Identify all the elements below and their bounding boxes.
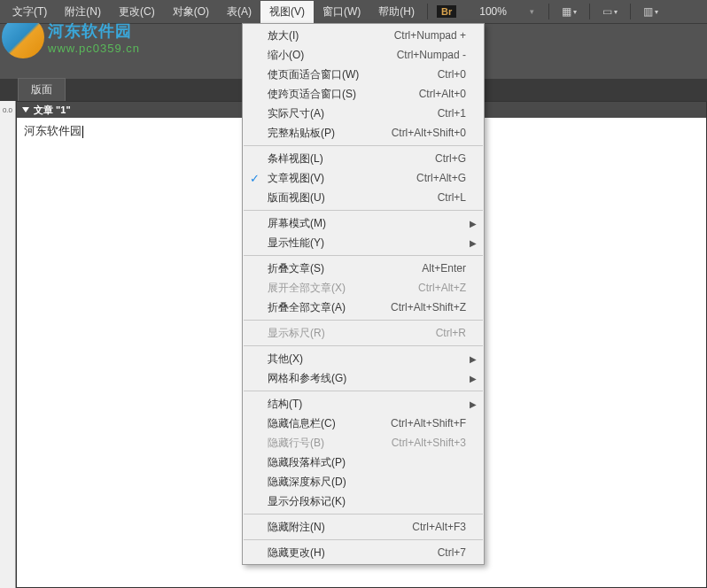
menu-item[interactable]: 结构(T)▶ xyxy=(243,394,484,414)
menu-item[interactable]: 屏幕模式(M)▶ xyxy=(243,213,484,233)
submenu-arrow-icon: ▶ xyxy=(470,399,477,409)
menu-item[interactable]: 完整粘贴板(P)Ctrl+Alt+Shift+0 xyxy=(243,123,484,143)
collapse-triangle-icon[interactable] xyxy=(22,107,29,112)
divider xyxy=(548,4,549,19)
menu-item-shortcut: Ctrl+G xyxy=(435,152,466,165)
menu-changes[interactable]: 更改(C) xyxy=(110,1,164,23)
submenu-arrow-icon: ▶ xyxy=(470,354,477,364)
menu-notes[interactable]: 附注(N) xyxy=(56,1,110,23)
menu-item-label: 完整粘贴板(P) xyxy=(268,126,392,141)
submenu-arrow-icon: ▶ xyxy=(470,374,477,383)
menu-item-label: 结构(T) xyxy=(268,397,466,412)
menu-item[interactable]: 实际尺寸(A)Ctrl+1 xyxy=(243,104,484,123)
menu-separator xyxy=(244,345,483,346)
menu-item-shortcut: Ctrl+Numpad - xyxy=(397,49,466,61)
menu-item-label: 隐藏深度标尺(D) xyxy=(268,475,466,490)
menu-item-label: 网格和参考线(G) xyxy=(268,371,466,386)
menu-item-label: 文章视图(V) xyxy=(268,171,416,186)
menu-item-shortcut: Ctrl+R xyxy=(436,327,466,339)
tab-layout[interactable]: 版面 xyxy=(18,78,66,101)
zoom-dropdown-icon[interactable]: ▾ xyxy=(530,7,534,16)
menu-item-label: 隐藏附注(N) xyxy=(268,520,412,535)
menu-item[interactable]: 其他(X)▶ xyxy=(243,349,484,368)
logo-url: www.pc0359.cn xyxy=(48,42,140,55)
menu-item-label: 版面视图(U) xyxy=(268,190,438,205)
submenu-arrow-icon: ▶ xyxy=(470,219,477,228)
menu-window[interactable]: 窗口(W) xyxy=(314,1,369,23)
menu-item-shortcut: Alt+Enter xyxy=(422,262,466,275)
menu-item[interactable]: 隐藏附注(N)Ctrl+Alt+F3 xyxy=(243,517,484,537)
menu-item[interactable]: 折叠全部文章(A)Ctrl+Alt+Shift+Z xyxy=(243,298,484,317)
menu-item-label: 条样视图(L) xyxy=(268,151,435,166)
menu-item-label: 显示标尺(R) xyxy=(268,326,436,341)
arrange-icon[interactable]: ▥ ▾ xyxy=(638,4,664,19)
vertical-ruler: 0.0 xyxy=(0,101,16,588)
menu-item-label: 展开全部文章(X) xyxy=(268,281,418,296)
menu-item-shortcut: Ctrl+L xyxy=(438,191,466,204)
zoom-level[interactable]: 100% xyxy=(467,4,519,19)
menu-separator xyxy=(244,391,483,391)
menu-item-label: 隐藏更改(H) xyxy=(268,545,438,561)
menu-item[interactable]: 使跨页适合窗口(S)Ctrl+Alt+0 xyxy=(243,84,484,104)
menu-object[interactable]: 对象(O) xyxy=(164,1,218,23)
menu-table[interactable]: 表(A) xyxy=(218,1,260,23)
menu-item-label: 隐藏行号(B) xyxy=(268,436,392,451)
menu-item[interactable]: ✓文章视图(V)Ctrl+Alt+G xyxy=(243,168,484,188)
menu-item-label: 实际尺寸(A) xyxy=(268,106,438,121)
submenu-arrow-icon: ▶ xyxy=(470,238,477,248)
menu-item-label: 折叠文章(S) xyxy=(268,261,422,276)
menu-help[interactable]: 帮助(H) xyxy=(369,1,423,23)
menu-item-shortcut: Ctrl+1 xyxy=(438,107,466,120)
menu-item-shortcut: Ctrl+Alt+F3 xyxy=(412,521,466,533)
menubar-right: Br 100% ▾ ▦ ▾ ▭ ▾ ▥ ▾ xyxy=(437,4,664,19)
divider xyxy=(427,4,428,19)
check-icon: ✓ xyxy=(250,172,260,185)
menu-item-label: 缩小(O) xyxy=(268,48,397,63)
menu-item-label: 隐藏段落样式(P) xyxy=(268,455,466,470)
menu-item-label: 显示性能(Y) xyxy=(268,236,466,251)
divider xyxy=(589,4,590,19)
menu-item-label: 使页面适合窗口(W) xyxy=(268,67,438,82)
screen-mode-icon[interactable]: ▭ ▾ xyxy=(597,4,623,19)
menu-item[interactable]: 显示分段标记(K) xyxy=(243,491,484,511)
menu-item-shortcut: Ctrl+7 xyxy=(438,546,466,559)
menu-separator xyxy=(244,210,483,211)
menu-item[interactable]: 折叠文章(S)Alt+Enter xyxy=(243,259,484,278)
menu-separator xyxy=(244,255,483,256)
ruler-mark: 0.0 xyxy=(3,106,12,114)
menu-item[interactable]: 使页面适合窗口(W)Ctrl+0 xyxy=(243,65,484,84)
menu-item: 显示标尺(R)Ctrl+R xyxy=(243,323,484,343)
bridge-badge[interactable]: Br xyxy=(437,5,456,18)
menu-item-label: 显示分段标记(K) xyxy=(268,494,466,509)
view-options-icon[interactable]: ▦ ▾ xyxy=(556,4,582,19)
menu-item-shortcut: Ctrl+Alt+Z xyxy=(418,282,466,294)
menu-item-shortcut: Ctrl+Alt+Shift+F xyxy=(391,417,466,429)
menu-item-label: 使跨页适合窗口(S) xyxy=(268,87,419,102)
menu-item[interactable]: 放大(I)Ctrl+Numpad + xyxy=(243,26,484,45)
divider xyxy=(630,4,631,19)
menu-item-shortcut: Ctrl+Alt+Shift+Z xyxy=(391,301,466,313)
menu-item[interactable]: 缩小(O)Ctrl+Numpad - xyxy=(243,45,484,65)
menu-item-label: 放大(I) xyxy=(268,28,394,43)
menu-separator xyxy=(244,145,483,146)
text-content[interactable]: 河东软件园 xyxy=(24,124,83,137)
menu-item[interactable]: 隐藏段落样式(P) xyxy=(243,453,484,472)
menu-item[interactable]: 隐藏信息栏(C)Ctrl+Alt+Shift+F xyxy=(243,414,484,433)
menu-item[interactable]: 隐藏深度标尺(D) xyxy=(243,472,484,491)
logo-title: 河东软件园 xyxy=(48,20,140,42)
menu-text[interactable]: 文字(T) xyxy=(4,1,56,23)
view-dropdown-menu: 放大(I)Ctrl+Numpad +缩小(O)Ctrl+Numpad -使页面适… xyxy=(242,23,485,565)
menu-item[interactable]: 条样视图(L)Ctrl+G xyxy=(243,149,484,168)
menu-item-label: 屏幕模式(M) xyxy=(268,216,466,231)
menu-item[interactable]: 网格和参考线(G)▶ xyxy=(243,368,484,388)
menu-item-label: 隐藏信息栏(C) xyxy=(268,416,391,431)
menu-item-shortcut: Ctrl+Numpad + xyxy=(394,29,466,42)
menu-item[interactable]: 隐藏更改(H)Ctrl+7 xyxy=(243,543,484,562)
menu-separator xyxy=(244,539,483,540)
story-title: 文章 "1" xyxy=(34,104,71,117)
menu-item[interactable]: 显示性能(Y)▶ xyxy=(243,233,484,252)
menu-view[interactable]: 视图(V) xyxy=(260,1,314,23)
menu-item-shortcut: Ctrl+Alt+0 xyxy=(419,88,466,100)
menu-item[interactable]: 版面视图(U)Ctrl+L xyxy=(243,188,484,207)
menu-item: 隐藏行号(B)Ctrl+Alt+Shift+3 xyxy=(243,433,484,453)
